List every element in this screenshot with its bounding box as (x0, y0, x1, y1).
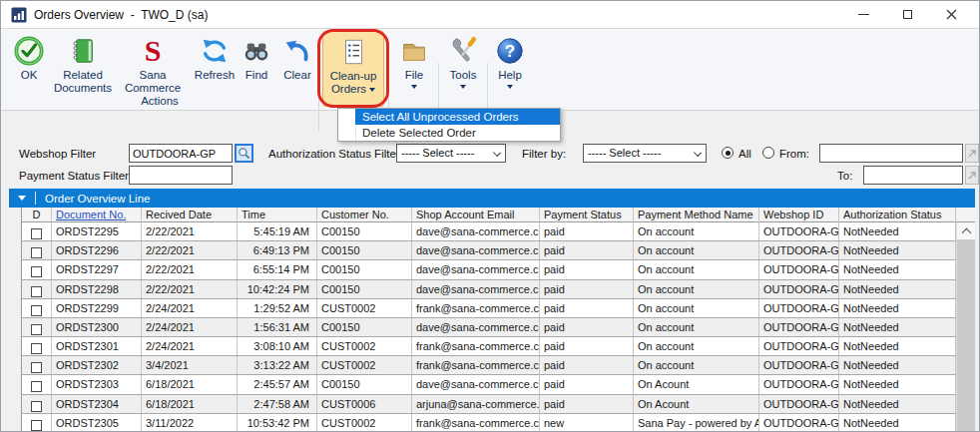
green-book-icon (68, 34, 98, 67)
maximize-button[interactable] (886, 1, 928, 28)
table-cell: On account (634, 318, 759, 336)
table-row[interactable]: ORDST22962/22/20216:49:13 PMC00150dave@s… (22, 241, 956, 260)
table-row[interactable]: ORDST23023/4/20213:13:22 AMCUST0002frank… (22, 356, 956, 375)
row-checkbox[interactable] (31, 228, 42, 239)
webshop-lookup-button[interactable] (235, 144, 253, 163)
table-cell: CUST0002 (317, 414, 412, 432)
payment-status-filter-label: Payment Status Filter (19, 170, 129, 182)
clean-up-orders-button[interactable]: Clean-up Orders (322, 31, 384, 107)
table-row[interactable]: ORDST22992/24/20211:29:52 AMCUST0002fran… (22, 299, 956, 318)
table-cell: 2/22/2021 (142, 222, 238, 240)
table-cell: 2/22/2021 (142, 260, 238, 278)
table-cell: ORDST2298 (52, 280, 142, 298)
table-cell: frank@sana-commerce.c (412, 414, 540, 432)
column-header-customer-no-: Customer No. (317, 208, 412, 222)
column-header-webshop-id: Webshop ID (759, 208, 839, 222)
cell-select (22, 414, 52, 432)
table-row[interactable]: ORDST22952/22/20215:45:19 AMC00150dave@s… (22, 222, 956, 241)
svg-text:S: S (145, 35, 162, 67)
table-row[interactable]: ORDST23002/24/20211:56:31 AMC00150dave@s… (22, 318, 956, 337)
row-checkbox[interactable] (31, 266, 42, 277)
table-row[interactable]: ORDST22982/22/202110:42:24 PMC00150dave@… (22, 280, 956, 299)
table-cell: 2/22/2021 (142, 241, 238, 259)
table-cell: 6:49:13 PM (238, 241, 317, 259)
grid-options-button[interactable] (9, 189, 35, 208)
row-checkbox[interactable] (31, 362, 42, 373)
table-cell: CUST0002 (317, 299, 412, 317)
table-cell: 2/24/2021 (142, 337, 238, 355)
bluebar-divider (35, 192, 36, 205)
table-cell: CUST0002 (317, 337, 412, 355)
table-cell: ORDST2300 (52, 318, 142, 336)
table-cell: 6/18/2021 (142, 375, 238, 393)
vertical-scrollbar[interactable] (956, 222, 975, 431)
ribbon-toolbar: OK Related Documents S Sana Commerce Ref… (1, 29, 979, 111)
row-checkbox[interactable] (31, 420, 42, 431)
table-cell: paid (540, 299, 634, 317)
scrollbar-thumb[interactable] (957, 239, 975, 431)
to-expansion-button[interactable] (965, 166, 979, 185)
cell-select (22, 260, 52, 278)
payment-status-filter-input[interactable] (129, 166, 233, 185)
table-cell: On Acount (634, 395, 759, 413)
tools-icon (448, 34, 478, 67)
table-cell: C00150 (317, 260, 412, 278)
cell-select (22, 299, 52, 317)
table-cell: 2/22/2021 (142, 280, 238, 298)
scrollbar-up-button[interactable] (957, 222, 975, 239)
row-checkbox[interactable] (31, 401, 42, 412)
row-checkbox[interactable] (31, 381, 42, 392)
menu-item-delete-selected-order[interactable]: Delete Selected Order (338, 125, 560, 141)
table-cell: 3/4/2021 (142, 356, 238, 374)
table-cell: ORDST2301 (52, 337, 142, 355)
table-row[interactable]: ORDST23036/18/20212:45:57 AMC00150dave@s… (22, 375, 956, 394)
table-cell: NotNeeded (839, 222, 956, 240)
clean-up-orders-menu: Select All Unprocessed Orders Delete Sel… (337, 108, 561, 142)
chevron-down-icon (18, 196, 26, 201)
table-cell: 10:42:24 PM (238, 280, 317, 298)
table-cell: CUST0002 (317, 356, 412, 374)
from-expansion-button[interactable] (965, 144, 979, 163)
row-checkbox[interactable] (31, 343, 42, 354)
table-cell: 6:55:14 PM (238, 260, 317, 278)
table-row[interactable]: ORDST23053/11/202210:53:42 PMCUST0002fra… (22, 414, 956, 432)
row-checkbox[interactable] (31, 324, 42, 335)
undo-arrow-icon (282, 34, 312, 67)
row-checkbox[interactable] (31, 305, 42, 316)
close-icon (946, 9, 957, 20)
radio-all[interactable] (722, 147, 734, 159)
chevron-down-icon (369, 88, 375, 92)
table-cell: C00150 (317, 241, 412, 259)
orders-overview-window: Orders Overview - TWO_D (sa) OK Related … (0, 0, 980, 432)
table-row[interactable]: ORDST23012/24/20213:08:10 AMCUST0002fran… (22, 337, 956, 356)
authorization-status-filter-label: Authorization Status Filter (268, 148, 400, 160)
menu-item-select-all-unprocessed-orders[interactable]: Select All Unprocessed Orders (338, 109, 560, 125)
file-button[interactable]: File (392, 31, 436, 107)
table-cell: 3/11/2022 (142, 414, 238, 432)
table-cell: 3:08:10 AM (238, 337, 317, 355)
tools-button[interactable]: Tools (440, 31, 486, 107)
help-button[interactable]: ? Help (488, 31, 532, 107)
magnifier-icon (238, 147, 250, 160)
minimize-button[interactable] (842, 1, 884, 28)
filter-by-select[interactable]: ----- Select ----- (583, 144, 707, 163)
radio-from-label: From: (779, 148, 809, 160)
webshop-filter-input[interactable] (129, 144, 233, 163)
from-date-input[interactable] (819, 144, 963, 163)
toolbar-separator (318, 63, 319, 131)
column-header-document-no-[interactable]: Document No. (52, 208, 142, 222)
toolbar-group-label-actions: Actions (1, 95, 318, 107)
table-cell: frank@sana-commerce.c (412, 299, 540, 317)
authorization-status-select[interactable]: ----- Select ----- (396, 144, 506, 163)
table-body: ORDST22952/22/20215:45:19 AMC00150dave@s… (21, 222, 956, 431)
table-cell: ORDST2305 (52, 414, 142, 432)
table-row[interactable]: ORDST23046/18/20212:47:58 AMCUST0006arju… (22, 395, 956, 414)
row-checkbox[interactable] (31, 286, 42, 297)
close-button[interactable] (930, 1, 972, 28)
to-date-input[interactable] (863, 166, 963, 185)
table-row[interactable]: ORDST22972/22/20216:55:14 PMC00150dave@s… (22, 260, 956, 279)
radio-from[interactable] (762, 147, 774, 159)
column-header-payment-method-name: Payment Method Name (634, 208, 759, 222)
to-label: To: (837, 170, 852, 182)
row-checkbox[interactable] (31, 247, 42, 258)
